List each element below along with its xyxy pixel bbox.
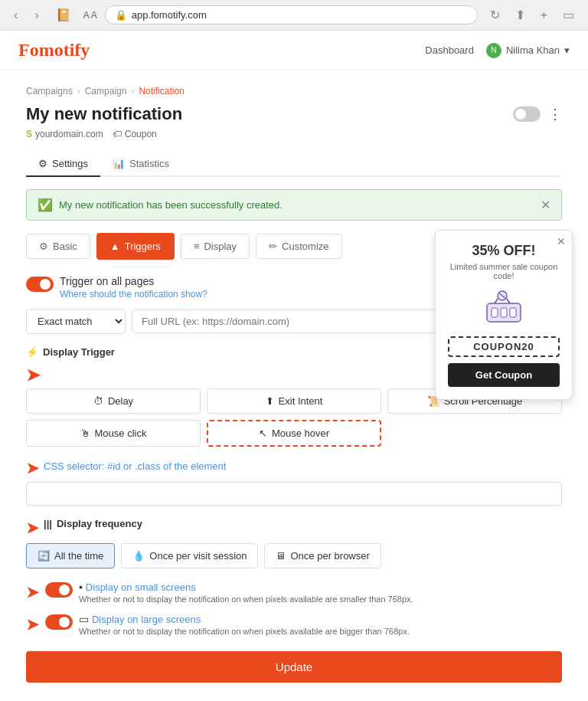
large-screens-label: Display on large screens [92, 614, 201, 625]
reload-button[interactable]: ↻ [485, 6, 505, 24]
more-options-button[interactable]: ⋮ [548, 106, 562, 123]
trigger-all-label: Trigger on all pages [60, 275, 207, 287]
delay-icon: ⏱ [93, 395, 103, 407]
bookmarks-button[interactable]: 📔 [51, 6, 76, 24]
all-time-label: All the time [54, 550, 103, 562]
trigger-all-toggle[interactable] [26, 277, 54, 292]
freq-grid: 🔄 All the time 💧 Once per visit session … [26, 543, 562, 568]
back-button[interactable]: ‹ [9, 7, 22, 24]
tab-settings-label: Settings [52, 158, 88, 169]
update-section: Update ▲ [26, 651, 562, 701]
large-screens-desc: Whether or not to display the notificati… [79, 627, 410, 636]
freq-once-browser-btn[interactable]: 🖥 Once per browser [264, 543, 381, 568]
css-selector-input[interactable] [26, 482, 562, 506]
monitor-large-icon: ▭ [79, 613, 92, 625]
breadcrumb-campaign[interactable]: Campaign [85, 86, 127, 97]
address-bar[interactable]: 🔒 app.fomotify.com [105, 5, 478, 25]
small-screens-desc: Whether or not to display the notificati… [79, 595, 413, 604]
step-basic[interactable]: ⚙ Basic [26, 234, 90, 259]
breadcrumb-current: Notification [139, 86, 184, 97]
coupon-get-button[interactable]: Get Coupon [448, 363, 560, 387]
large-screens-row: ➤ ▭ Display on large screens Whether or … [26, 613, 562, 636]
freq-icon: ||| [44, 518, 52, 529]
step-display[interactable]: ≡ Display [181, 234, 250, 259]
all-time-icon: 🔄 [38, 550, 50, 562]
nav-dashboard-link[interactable]: Dashboard [425, 44, 474, 56]
shopify-icon: S [26, 129, 32, 139]
active-toggle[interactable] [513, 106, 541, 122]
small-screens-label: Display on small screens [86, 581, 196, 593]
share-button[interactable]: ⬆ [511, 6, 530, 24]
display-trigger-label: Display Trigger [43, 346, 115, 358]
trigger-mouse-click-btn[interactable]: 🖱 Mouse click [26, 420, 201, 447]
trigger-exit-intent-btn[interactable]: ⬆ Exit Intent [207, 388, 381, 414]
tab-statistics[interactable]: 📊 Statistics [100, 152, 181, 177]
trigger-delay-btn[interactable]: ⏱ Delay [26, 388, 201, 414]
mouse-click-label: Mouse click [95, 427, 147, 439]
user-name: Nilima Khan [506, 44, 560, 56]
mouse-hover-icon: ↖ [259, 427, 267, 439]
trigger-all-sublabel: Where should the notification show? [60, 289, 207, 300]
lock-icon: 🔒 [115, 9, 127, 21]
freq-label: Display frequency [57, 518, 142, 529]
nav-right: Dashboard N Nilima Khan ▾ [425, 43, 570, 58]
tab-settings[interactable]: ⚙ Settings [26, 152, 100, 177]
top-nav: Fomotify Dashboard N Nilima Khan ▾ [0, 31, 588, 70]
coupon-close-button[interactable]: ✕ [557, 235, 566, 247]
svg-rect-2 [501, 308, 507, 317]
svg-line-5 [495, 299, 498, 303]
logo: Fomotify [18, 40, 90, 61]
step-customize[interactable]: ✏ Customize [256, 234, 341, 259]
step-triggers-label: Triggers [125, 241, 161, 252]
once-visit-label: Once per visit session [149, 550, 247, 562]
freq-once-visit-btn[interactable]: 💧 Once per visit session [121, 543, 258, 568]
avatar: N [486, 43, 501, 58]
coupon-off-text: 35% OFF! [448, 243, 560, 259]
small-screens-toggle[interactable] [45, 582, 73, 598]
freq-all-time-btn[interactable]: 🔄 All the time [26, 543, 115, 568]
coupon-scissors-icon [448, 288, 560, 329]
step-customize-label: Customize [282, 241, 328, 252]
chevron-down-icon: ▾ [564, 44, 570, 56]
gear-icon: ⚙ [38, 158, 47, 169]
tag-icon: 🏷 [113, 129, 122, 139]
url-text: app.fomotify.com [132, 9, 207, 21]
breadcrumb-campaigns[interactable]: Campaigns [26, 86, 73, 97]
success-icon: ✅ [38, 198, 53, 212]
add-tab-button[interactable]: + [536, 6, 552, 24]
exit-intent-label: Exit Intent [279, 395, 323, 407]
step-display-icon: ≡ [194, 241, 200, 252]
coupon-popup: ✕ 35% OFF! Limited summer sale coupon co… [435, 230, 573, 400]
svg-line-6 [507, 299, 510, 303]
delay-label: Delay [108, 395, 133, 407]
forward-button[interactable]: › [30, 7, 43, 24]
step-customize-icon: ✏ [269, 241, 277, 252]
step-basic-icon: ⚙ [39, 241, 48, 252]
coupon-code: COUPON20 [448, 336, 560, 357]
font-size-control[interactable]: A A [83, 10, 97, 21]
update-button[interactable]: Update [26, 651, 562, 683]
step-basic-label: Basic [53, 241, 77, 252]
domain-text: yourdomain.com [35, 129, 103, 139]
nav-user[interactable]: N Nilima Khan ▾ [486, 43, 570, 58]
chart-icon: 📊 [113, 158, 125, 169]
trigger-mouse-hover-btn[interactable]: ↖ Mouse hover [207, 420, 381, 447]
page-header: My new notification ⋮ [26, 104, 562, 124]
arrow-small-screens: ➤ [26, 583, 39, 601]
page-title: My new notification [26, 104, 182, 124]
tabs: ⚙ Settings 📊 Statistics [26, 152, 562, 177]
freq-header: ||| Display frequency [44, 518, 142, 529]
large-screens-toggle[interactable] [45, 614, 73, 630]
step-triggers-icon: ▲ [110, 241, 120, 252]
svg-rect-3 [510, 308, 516, 317]
match-type-select[interactable]: Exact match [26, 309, 126, 334]
banner-close-button[interactable]: ✕ [541, 198, 550, 212]
step-triggers[interactable]: ▲ Triggers [96, 233, 175, 260]
domain-meta: S yourdomain.com [26, 129, 103, 139]
monitor-small-icon: ▪ [79, 581, 86, 593]
copy-button[interactable]: ▭ [558, 6, 579, 24]
arrow-css-selector: ➤ [26, 459, 39, 477]
small-screens-row: ➤ ▪ Display on small screens Whether or … [26, 581, 562, 604]
tag-meta: 🏷 Coupon [113, 129, 157, 139]
mouse-click-icon: 🖱 [80, 427, 90, 439]
